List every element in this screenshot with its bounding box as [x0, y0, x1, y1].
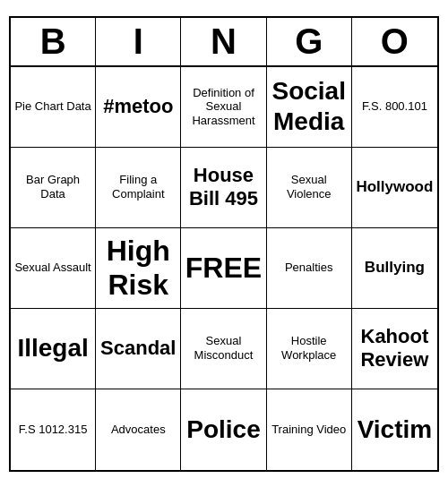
bingo-cell: Police [181, 389, 266, 470]
bingo-cell: Illegal [11, 309, 96, 389]
bingo-cell: Filing a Complaint [96, 148, 181, 228]
bingo-cell: Bullying [352, 228, 437, 309]
bingo-cell: Sexual Misconduct [181, 309, 266, 389]
header-letter: N [181, 18, 266, 65]
bingo-cell: Hollywood [352, 148, 437, 228]
bingo-cell: Penalties [267, 228, 352, 309]
bingo-cell: Social Media [267, 67, 352, 148]
bingo-cell: Definition of Sexual Harassment [181, 67, 266, 148]
bingo-cell: Training Video [267, 389, 352, 470]
bingo-cell: Victim [352, 389, 437, 470]
bingo-cell: Pie Chart Data [11, 67, 96, 148]
bingo-cell: FREE [181, 228, 266, 309]
bingo-cell: F.S 1012.315 [11, 389, 96, 470]
bingo-cell: #metoo [96, 67, 181, 148]
bingo-cell: Bar Graph Data [11, 148, 96, 228]
bingo-cell: Hostile Workplace [267, 309, 352, 389]
bingo-cell: Sexual Assault [11, 228, 96, 309]
bingo-cell: Kahoot Review [352, 309, 437, 389]
bingo-cell: Advocates [96, 389, 181, 470]
bingo-cell: High Risk [96, 228, 181, 309]
bingo-cell: F.S. 800.101 [352, 67, 437, 148]
bingo-header: BINGO [11, 18, 437, 67]
header-letter: I [96, 18, 181, 65]
bingo-cell: Scandal [96, 309, 181, 389]
bingo-cell: House Bill 495 [181, 148, 266, 228]
header-letter: O [352, 18, 437, 65]
bingo-grid: Pie Chart Data#metooDefinition of Sexual… [11, 67, 437, 470]
bingo-cell: Sexual Violence [267, 148, 352, 228]
bingo-card: BINGO Pie Chart Data#metooDefinition of … [9, 16, 439, 472]
header-letter: B [11, 18, 96, 65]
header-letter: G [267, 18, 352, 65]
